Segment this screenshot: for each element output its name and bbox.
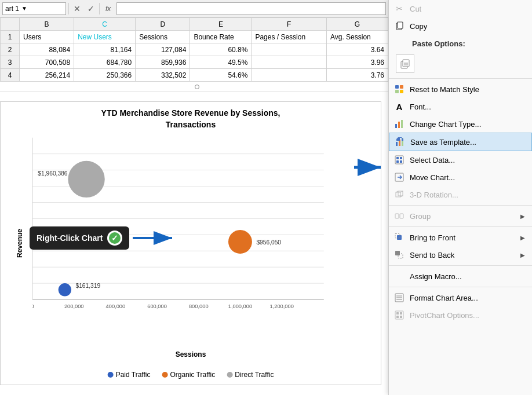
bring-to-front-arrow: ▶	[520, 235, 525, 241]
y-axis-label: Revenue	[16, 229, 24, 258]
menu-item-group[interactable]: Group ▶	[389, 207, 532, 225]
group-arrow: ▶	[520, 213, 525, 220]
row-num: 1	[1, 31, 20, 43]
menu-label-change-chart-type: Change Chart Type...	[410, 120, 525, 129]
col-header-c: C	[74, 18, 136, 31]
change-chart-type-icon	[393, 118, 405, 130]
cell-e4[interactable]: 54.6%	[190, 69, 252, 82]
cell-f3[interactable]	[252, 56, 327, 69]
svg-rect-79	[400, 316, 402, 318]
svg-rect-44	[395, 90, 399, 93]
bubble-organic	[228, 230, 252, 254]
menu-item-format-chart[interactable]: Format Chart Area...	[389, 289, 532, 306]
col-header-d: D	[136, 18, 190, 31]
table-row: 4 256,214 250,366 332,502 54.6% 3.76	[1, 69, 388, 82]
name-box-value: art 1	[5, 5, 19, 13]
svg-rect-66	[400, 214, 403, 218]
cell-f1[interactable]: Pages / Session	[252, 31, 327, 43]
cell-b1[interactable]: Users	[19, 31, 74, 43]
svg-rect-75	[395, 311, 403, 319]
menu-label-save-template: Save as Template...	[410, 138, 524, 147]
legend-item-organic: Organic Traffic	[162, 371, 215, 379]
cell-c3[interactable]: 684,780	[74, 56, 136, 69]
cell-b2[interactable]: 88,084	[19, 43, 74, 56]
formula-bar: art 1 ▼ ✕ ✓ fx	[0, 0, 388, 17]
x-axis-label: Sessions	[176, 350, 206, 359]
svg-rect-46	[395, 124, 397, 128]
3d-rotation-icon	[393, 189, 405, 200]
menu-item-3d-rotation[interactable]: 3-D Rotation...	[389, 186, 532, 203]
cell-c1[interactable]: New Users	[74, 31, 136, 43]
svg-rect-48	[401, 120, 403, 128]
move-chart-icon	[393, 171, 405, 183]
cell-b4[interactable]: 256,214	[19, 69, 74, 82]
cell-f4[interactable]	[252, 69, 327, 82]
cell-f2[interactable]	[252, 43, 327, 56]
cell-b3[interactable]: 700,508	[19, 56, 74, 69]
row-num: 3	[1, 56, 20, 69]
svg-rect-56	[396, 160, 399, 163]
cell-d1[interactable]: Sessions	[136, 31, 190, 43]
paste-option-1[interactable]	[396, 54, 414, 73]
blue-arrow-svg	[354, 159, 386, 176]
menu-label-cut: Cut	[410, 5, 525, 13]
cell-e3[interactable]: 49.5%	[190, 56, 252, 69]
svg-text:$956,050: $956,050	[256, 239, 281, 246]
svg-text:800,000: 800,000	[189, 303, 209, 309]
cell-d4[interactable]: 332,502	[136, 69, 190, 82]
svg-text:600,000: 600,000	[147, 303, 167, 309]
table-row: 3 700,508 684,780 859,936 49.5% 3.96	[1, 56, 388, 69]
chart-legend: Paid Traffic Organic Traffic Direct Traf…	[108, 371, 274, 379]
table-row: 2 88,084 81,164 127,084 60.8% 3.64	[1, 43, 388, 56]
send-to-back-arrow: ▶	[520, 252, 525, 258]
menu-label-reset-style: Reset to Match Style	[410, 85, 525, 94]
name-box[interactable]: art 1 ▼	[2, 2, 66, 15]
cancel-button[interactable]: ✕	[71, 4, 83, 13]
paste-header-label: Paste Options:	[412, 39, 525, 48]
menu-label-group: Group	[410, 212, 516, 221]
legend-dot-direct	[227, 372, 232, 378]
svg-rect-76	[396, 312, 399, 314]
legend-dot-paid	[108, 372, 114, 378]
chart-area[interactable]: YTD Merchandise Store Revenue by Session…	[0, 101, 381, 385]
cell-c4[interactable]: 250,366	[74, 69, 136, 82]
check-icon: ✓	[107, 231, 122, 246]
menu-item-send-to-back[interactable]: Send to Back ▶	[389, 246, 532, 264]
cell-e1[interactable]: Bounce Rate	[190, 31, 252, 43]
menu-item-save-template[interactable]: Save as Template...	[389, 133, 532, 151]
paste-options-header: Paste Options:	[389, 35, 532, 52]
menu-item-cut[interactable]: ✂ Cut	[389, 0, 532, 17]
cell-g4[interactable]: 3.76	[326, 69, 388, 82]
menu-item-move-chart[interactable]: Move Chart...	[389, 169, 532, 186]
send-to-back-icon	[393, 249, 405, 261]
cell-g3[interactable]: 3.96	[326, 56, 388, 69]
svg-text:1,000,000: 1,000,000	[228, 303, 252, 309]
menu-item-select-data[interactable]: Select Data...	[389, 151, 532, 169]
menu-label-bring-to-front: Bring to Front	[410, 233, 516, 242]
row-num: 4	[1, 69, 20, 82]
cell-e2[interactable]: 60.8%	[190, 43, 252, 56]
fx-label: fx	[102, 5, 114, 13]
confirm-button[interactable]: ✓	[85, 4, 97, 13]
menu-item-copy[interactable]: Copy	[389, 17, 532, 35]
menu-item-reset-style[interactable]: Reset to Match Style	[389, 81, 532, 98]
cell-c2[interactable]: 81,164	[74, 43, 136, 56]
svg-rect-67	[397, 235, 402, 240]
svg-marker-52	[396, 137, 403, 141]
cell-g1[interactable]: Avg. Session	[326, 31, 388, 43]
svg-rect-53	[395, 156, 403, 164]
bring-to-front-icon	[393, 232, 405, 243]
formula-input[interactable]	[116, 2, 386, 15]
menu-item-font[interactable]: A Font...	[389, 98, 532, 115]
menu-item-bring-to-front[interactable]: Bring to Front ▶	[389, 229, 532, 246]
cell-d2[interactable]: 127,084	[136, 43, 190, 56]
cell-g2[interactable]: 3.64	[326, 43, 388, 56]
menu-item-pivotchart[interactable]: PivotChart Options...	[389, 306, 532, 324]
menu-item-assign-macro[interactable]: Assign Macro...	[389, 268, 532, 285]
menu-item-change-chart-type[interactable]: Change Chart Type...	[389, 115, 532, 133]
format-chart-icon	[393, 292, 405, 303]
menu-label-select-data: Select Data...	[410, 156, 525, 164]
cell-d3[interactable]: 859,936	[136, 56, 190, 69]
svg-rect-45	[400, 90, 403, 93]
svg-text:$1,960,386: $1,960,386	[38, 170, 68, 177]
